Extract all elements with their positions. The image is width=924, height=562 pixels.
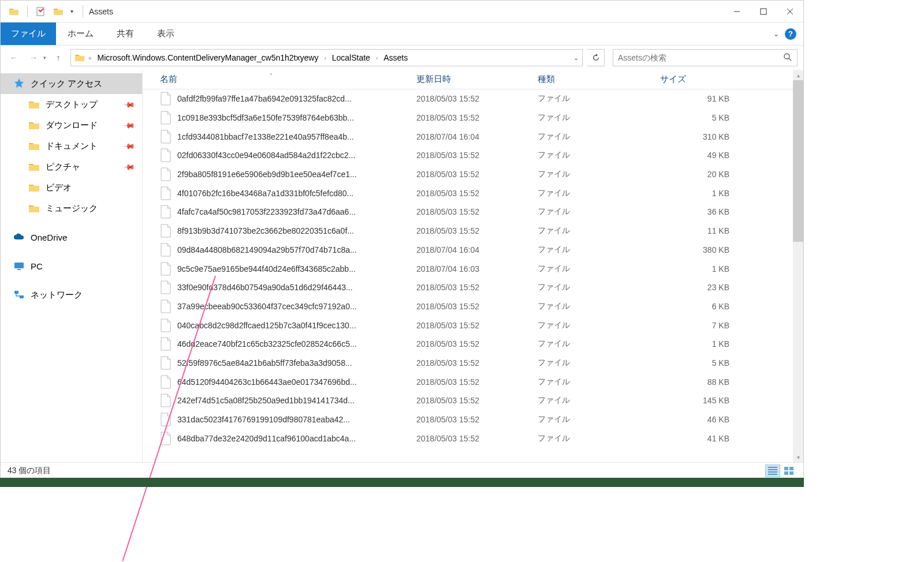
maximize-button[interactable]	[750, 1, 777, 22]
address-dropdown-icon[interactable]: ⌄	[573, 54, 579, 62]
file-icon	[160, 413, 172, 426]
vertical-scrollbar[interactable]: ▴ ▾	[793, 70, 803, 462]
file-size: 145 KB	[660, 396, 729, 405]
file-size: 6 KB	[660, 302, 729, 311]
file-size: 380 KB	[660, 245, 729, 254]
file-name: 9c5c9e75ae9165be944f40d24e6ff343685c2abb…	[177, 264, 416, 273]
tab-share[interactable]: 共有	[105, 23, 146, 45]
qat-dropdown-icon[interactable]: ▾	[70, 8, 73, 14]
sidebar-item-music[interactable]: ミュージック	[1, 198, 142, 219]
tab-home[interactable]: ホーム	[56, 23, 105, 45]
file-icon	[160, 280, 172, 294]
scrollbar-thumb[interactable]	[793, 80, 803, 242]
column-header-type[interactable]: 種類	[528, 74, 651, 85]
ribbon-tabs: ファイル ホーム 共有 表示 ⌄ ?	[1, 23, 803, 46]
breadcrumb-leading[interactable]: «	[87, 55, 93, 61]
help-icon[interactable]: ?	[785, 28, 796, 40]
sidebar-item-pc[interactable]: PC	[1, 256, 142, 276]
file-type: ファイル	[538, 207, 660, 217]
folder-icon	[28, 99, 40, 110]
pin-icon: 📌	[123, 98, 136, 111]
scroll-down-icon[interactable]: ▾	[793, 452, 803, 462]
breadcrumb-item[interactable]: Assets	[381, 53, 410, 62]
file-row[interactable]: 242ef74d51c5a08f25b250a9ed1bb194141734d.…	[143, 391, 803, 410]
file-icon	[160, 262, 172, 276]
history-dropdown-icon[interactable]: ▾	[43, 55, 46, 61]
breadcrumb-item[interactable]: Microsoft.Windows.ContentDeliveryManager…	[95, 53, 321, 62]
file-size: 49 KB	[660, 151, 729, 160]
search-icon[interactable]	[783, 53, 792, 63]
scroll-up-icon[interactable]: ▴	[793, 70, 803, 80]
file-name: 1cfd9344081bbacf7e1338e221e40a957ff8ea4b…	[177, 132, 416, 141]
refresh-button[interactable]	[587, 49, 605, 66]
sidebar-item-desktop[interactable]: デスクトップ 📌	[1, 94, 142, 115]
column-header-name[interactable]: 名前 ˄	[143, 74, 407, 85]
file-name: 46dd2eace740bf21c65cb32325cfe028524c66c5…	[177, 339, 416, 349]
file-date: 2018/05/03 15:52	[416, 339, 538, 349]
close-button[interactable]	[777, 1, 803, 22]
file-row[interactable]: 37a99ecbeeab90c533604f37cec349cfc97192a0…	[143, 297, 803, 316]
properties-icon[interactable]	[36, 6, 46, 17]
file-row[interactable]: 64d5120f94404263c1b66443ae0e017347696bd.…	[143, 372, 803, 391]
file-row[interactable]: 040cabc8d2c98d2ffcaed125b7c3a0f41f9cec13…	[143, 316, 803, 335]
file-row[interactable]: 9c5c9e75ae9165be944f40d24e6ff343685c2abb…	[143, 259, 803, 278]
folder-icon[interactable]	[53, 6, 64, 17]
file-type: ファイル	[538, 433, 660, 444]
file-name: 52f59f8976c5ae84a21b6ab5ff73feba3a3d9058…	[177, 358, 416, 368]
search-input[interactable]	[618, 53, 783, 62]
file-row[interactable]: 0afdf2fb99fa97ffe1a47ba6942e091325fac82c…	[143, 89, 803, 108]
back-button[interactable]: ←	[6, 50, 21, 65]
folder-icon	[28, 161, 40, 173]
file-icon	[160, 186, 172, 200]
tab-view[interactable]: 表示	[146, 23, 186, 45]
up-button[interactable]: ↑	[51, 50, 66, 65]
sidebar-item-quick-access[interactable]: クイック アクセス	[1, 73, 142, 94]
file-size: 310 KB	[660, 132, 729, 141]
view-thumbnails-button[interactable]	[781, 464, 796, 477]
file-date: 2018/07/04 16:04	[416, 132, 538, 141]
sidebar-item-label: クイック アクセス	[31, 78, 102, 89]
chevron-right-icon[interactable]: ›	[323, 55, 327, 61]
sidebar-item-videos[interactable]: ビデオ	[1, 177, 142, 198]
forward-button[interactable]: →	[26, 50, 41, 65]
file-row[interactable]: 8f913b9b3d741073be2c3662be80220351c6a0f.…	[143, 222, 803, 241]
chevron-right-icon[interactable]: ›	[375, 55, 379, 61]
minimize-button[interactable]	[724, 1, 750, 22]
sidebar-item-pictures[interactable]: ピクチャ 📌	[1, 156, 142, 177]
file-size: 1 KB	[660, 339, 729, 349]
breadcrumb-item[interactable]: LocalState	[330, 53, 372, 62]
address-bar[interactable]: « Microsoft.Windows.ContentDeliveryManag…	[70, 49, 583, 66]
file-row[interactable]: 4f01076b2fc16be43468a7a1d331bf0fc5fefcd8…	[143, 183, 803, 203]
pin-icon: 📌	[123, 140, 136, 152]
file-row[interactable]: 02fd06330f43cc0e94e06084ad584a2d1f22cbc2…	[143, 146, 803, 165]
file-icon	[160, 337, 172, 351]
file-row[interactable]: 331dac5023f4176769199109df980781eaba42..…	[143, 410, 803, 429]
file-row[interactable]: 09d84a44808b682149094a29b57f70d74b71c8a.…	[143, 241, 803, 260]
file-row[interactable]: 2f9ba805f8191e6e5906eb9d9b1ee50ea4ef7ce1…	[143, 165, 803, 184]
tab-file[interactable]: ファイル	[1, 23, 56, 45]
file-row[interactable]: 46dd2eace740bf21c65cb32325cfe028524c66c5…	[143, 335, 803, 354]
folder-icon	[28, 140, 40, 152]
column-header-label: 名前	[160, 74, 177, 84]
sidebar-item-onedrive[interactable]: OneDrive	[1, 227, 142, 248]
sidebar-item-label: デスクトップ	[46, 99, 98, 110]
file-row[interactable]: 1c0918e393bcf5df3a6e150fe7539f8764eb63bb…	[143, 108, 803, 128]
file-row[interactable]: 52f59f8976c5ae84a21b6ab5ff73feba3a3d9058…	[143, 354, 803, 373]
sidebar-item-downloads[interactable]: ダウンロード 📌	[1, 115, 142, 136]
column-header-date[interactable]: 更新日時	[407, 74, 528, 85]
file-row[interactable]: 1cfd9344081bbacf7e1338e221e40a957ff8ea4b…	[143, 127, 803, 146]
search-box[interactable]	[613, 49, 798, 66]
view-details-button[interactable]	[765, 464, 780, 477]
sidebar-item-network[interactable]: ネットワーク	[1, 284, 142, 305]
column-header-size[interactable]: サイズ	[651, 74, 726, 85]
sidebar-item-documents[interactable]: ドキュメント 📌	[1, 136, 142, 156]
file-name: 242ef74d51c5a08f25b250a9ed1bb194141734d.…	[177, 396, 416, 405]
file-row[interactable]: 4fafc7ca4af50c9817053f2233923fd73a47d6aa…	[143, 203, 803, 222]
file-row[interactable]: 33f0e90fd378d46b07549a90da51d6d29f46443.…	[143, 278, 803, 297]
file-size: 88 KB	[660, 377, 729, 387]
file-date: 2018/05/03 15:52	[416, 415, 538, 424]
file-name: 09d84a44808b682149094a29b57f70d74b71c8a.…	[177, 245, 416, 254]
ribbon-expand-icon[interactable]: ⌄	[773, 30, 779, 38]
file-row[interactable]: 648dba77de32e2420d9d11caf96100acd1abc4a.…	[143, 429, 803, 448]
file-type: ファイル	[538, 377, 660, 387]
